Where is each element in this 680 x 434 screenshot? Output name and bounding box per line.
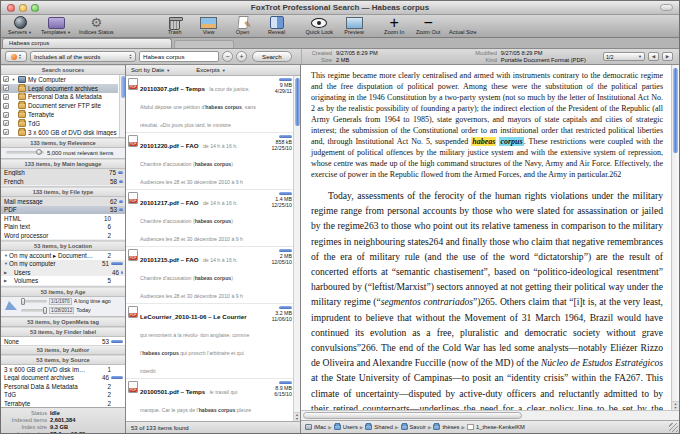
path-crumb[interactable]: ▶ thèses bbox=[428, 424, 460, 430]
toolbar-button[interactable]: Open▼ bbox=[230, 16, 256, 35]
path-crumb[interactable]: ▶ Users bbox=[328, 424, 358, 430]
relevance-slider-thumb[interactable] bbox=[36, 149, 42, 155]
results-scrollbar[interactable]: ▲▼ bbox=[293, 76, 300, 421]
document-horizontal-scrollbar-thumb[interactable] bbox=[303, 412, 522, 419]
facet-row[interactable]: None 53 bbox=[1, 337, 125, 345]
next-page-button[interactable]: ▶ bbox=[662, 52, 673, 61]
search-source-row[interactable]: ✓ TdG bbox=[1, 119, 118, 128]
tab-habeas-corpus[interactable]: Habeas corpus bbox=[2, 38, 172, 48]
add-criterion-button[interactable]: + bbox=[236, 51, 247, 62]
facet-row[interactable]: Terrabyte 2 bbox=[1, 399, 125, 407]
facet-row[interactable]: ▼ On my account ▸ Document… 2 bbox=[1, 251, 125, 259]
facet-row[interactable]: PDF 53 bbox=[1, 206, 125, 214]
age-slider[interactable] bbox=[21, 300, 47, 303]
age-facet-header[interactable]: 53 items, by Age bbox=[1, 287, 125, 297]
search-sources-header[interactable]: Search sources bbox=[1, 65, 125, 75]
results-scrollbar-thumb[interactable] bbox=[295, 78, 300, 126]
search-source-row[interactable]: ✓ Document server FTP site bbox=[1, 101, 118, 110]
toolbar-button[interactable]: View▼ bbox=[196, 16, 222, 35]
source-checkbox[interactable]: ✓ bbox=[3, 120, 9, 126]
result-item[interactable]: LeCourrier_2010-11-06 – Le Courrier qui … bbox=[126, 304, 293, 379]
facet-row[interactable]: Mail message 62 bbox=[1, 197, 125, 205]
document-scrollbar-thumb[interactable] bbox=[673, 68, 678, 153]
facet-row[interactable]: ▼ On my computer 51 bbox=[1, 260, 125, 268]
scroll-arrows-icon[interactable]: ▲▼ bbox=[672, 401, 679, 410]
facet-row[interactable]: TdG 2 bbox=[1, 390, 125, 398]
facet-row[interactable]: Plain text 6 bbox=[1, 223, 125, 231]
language-facet-header[interactable]: 133 items, by Main language bbox=[1, 159, 125, 169]
search-source-row[interactable]: ✓ Terrabyte bbox=[1, 110, 118, 119]
result-item[interactable]: 20100501.pdf – Temps le travail qui manq… bbox=[126, 379, 293, 421]
age-slider[interactable] bbox=[21, 309, 47, 312]
facet-row[interactable]: 3 x 600 GB of DVD disk im… 1 bbox=[1, 365, 125, 373]
remove-criterion-button[interactable]: − bbox=[222, 51, 233, 62]
toolbar-button[interactable]: Quick Look▼ bbox=[306, 16, 334, 35]
source-checkbox[interactable]: ✓ bbox=[3, 76, 9, 82]
path-crumb[interactable]: iMac bbox=[305, 424, 326, 430]
toolbar-button[interactable]: Indices Status▼ bbox=[79, 16, 114, 35]
previous-page-button[interactable]: ◀ bbox=[648, 52, 659, 61]
source-checkbox[interactable]: ✓ bbox=[3, 103, 9, 109]
source-checkbox[interactable]: ✓ bbox=[3, 129, 9, 135]
toolbar-button[interactable]: Actual Size▼ bbox=[449, 16, 477, 35]
facet-row[interactable]: English 75 bbox=[1, 169, 125, 177]
age-slider-thumb[interactable] bbox=[21, 298, 25, 305]
location-facet-header[interactable]: 53 items, by Location bbox=[1, 241, 125, 251]
path-crumb[interactable]: ▶ 1_these-KenkelKM bbox=[462, 424, 525, 430]
source-checkbox[interactable]: ✓ bbox=[3, 94, 9, 100]
finderlabel-facet-header[interactable]: 53 items, by Finder label bbox=[1, 327, 125, 337]
page-select[interactable]: 1/2 ▼ bbox=[603, 52, 645, 61]
result-item[interactable]: 20101215.pdf – FAO de 14 h à 16 h. Chamb… bbox=[126, 247, 293, 304]
author-facet-header[interactable]: 53 items, by Author bbox=[1, 345, 125, 355]
disclosure-triangle-icon[interactable]: ▼ bbox=[11, 77, 16, 82]
search-source-row[interactable]: ✓ Personal Data & Metadata bbox=[1, 93, 118, 102]
tab-bar-empty[interactable] bbox=[174, 40, 234, 48]
toolbar-button[interactable]: Reveal▼ bbox=[264, 16, 290, 35]
search-query-input[interactable] bbox=[139, 51, 219, 62]
result-item[interactable]: 20101220.pdf – FAO de 14 h à 16 h. Chamb… bbox=[126, 133, 293, 190]
search-source-row[interactable]: ✓ ▼ My Computer bbox=[1, 75, 118, 84]
relevance-slider[interactable] bbox=[6, 151, 44, 154]
match-mode-select[interactable]: Includes all of the words ▲▼ bbox=[30, 51, 136, 62]
facet-row[interactable]: ▶ Users 46 bbox=[1, 268, 125, 276]
facet-row[interactable]: Word processor 2 bbox=[1, 231, 125, 239]
sources-scrollbar-thumb[interactable] bbox=[121, 76, 125, 98]
toolbar-button[interactable]: Preview▼ bbox=[341, 16, 367, 35]
toolbar-button[interactable]: Templates▼ bbox=[41, 16, 71, 35]
result-item[interactable]: 20110307.pdf – Temps la cour de justice,… bbox=[126, 76, 293, 133]
relevance-header[interactable]: 133 items, by Relevance bbox=[1, 138, 125, 148]
document-scrollbar[interactable]: ▲▼ bbox=[671, 65, 679, 410]
source-checkbox[interactable]: ✓ bbox=[3, 112, 9, 118]
close-button[interactable] bbox=[7, 4, 15, 12]
search-source-row[interactable]: ✓ 3 x 600 GB of DVD disk images bbox=[1, 128, 118, 137]
zoom-button[interactable] bbox=[31, 4, 39, 12]
source-checkbox[interactable]: ✓ bbox=[3, 85, 9, 91]
toolbar-toggle-widget[interactable] bbox=[660, 4, 673, 11]
age-slider-thumb[interactable] bbox=[43, 307, 47, 314]
toolbar-button[interactable]: Trash▼ bbox=[162, 16, 188, 35]
title-bar[interactable]: FoxTrot Professional Search — Habeas cor… bbox=[1, 1, 679, 15]
facet-row[interactable]: Personal Data & Metadata 2 bbox=[1, 382, 125, 390]
facet-row[interactable]: HTML 10 bbox=[1, 214, 125, 222]
search-source-row[interactable]: ✓ Legal document archives bbox=[1, 84, 118, 93]
document-horizontal-scrollbar[interactable] bbox=[301, 410, 679, 420]
scroll-arrows-icon[interactable]: ▲▼ bbox=[294, 412, 300, 421]
openmeta-facet-header[interactable]: 53 items, by OpenMeta tag bbox=[1, 317, 125, 327]
toolbar-button[interactable]: Servers▼ bbox=[7, 16, 33, 35]
sort-by-popup[interactable]: Sort by Date ▼ bbox=[131, 67, 170, 73]
toolbar-button[interactable]: Zoom Out▼ bbox=[415, 16, 441, 35]
search-button[interactable]: Search bbox=[252, 51, 292, 62]
resize-grip[interactable] bbox=[669, 423, 678, 432]
facet-row[interactable]: Legal document archives 46 bbox=[1, 374, 125, 382]
minimize-button[interactable] bbox=[19, 4, 27, 12]
path-crumb[interactable]: ▶ Savoir bbox=[395, 424, 426, 430]
facet-row[interactable]: ▶ Volumes 5 bbox=[1, 276, 125, 284]
result-item[interactable]: 20101217.pdf – FAO de 14 h à 16 h. Chamb… bbox=[126, 190, 293, 247]
filetype-facet-header[interactable]: 133 items, by File type bbox=[1, 187, 125, 197]
source-facet-header[interactable]: 53 items, by Source bbox=[1, 355, 125, 365]
facet-row[interactable]: French 58 bbox=[1, 177, 125, 185]
search-scope-button[interactable]: ▲▼ bbox=[5, 51, 27, 62]
path-crumb[interactable]: ▶ Shared bbox=[360, 424, 393, 430]
excerpts-popup[interactable]: Excerpts ▼ bbox=[196, 67, 225, 73]
sources-scrollbar[interactable] bbox=[119, 75, 125, 137]
